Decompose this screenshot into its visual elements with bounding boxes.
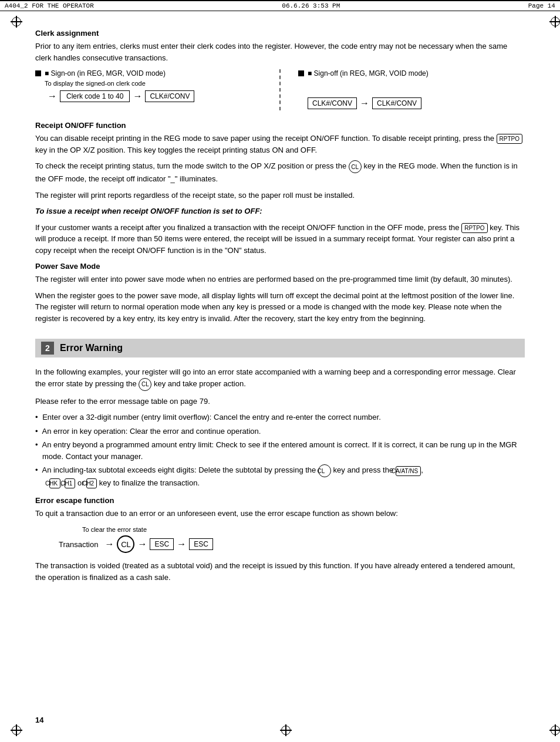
cl-key2: CL [139, 378, 151, 391]
arrow5: → [137, 539, 147, 549]
error-warning-title: Error Warning [60, 343, 123, 353]
arrow4: → [104, 539, 114, 549]
cl-key-escape: CL [117, 535, 134, 553]
bullet-dot-1: • [35, 413, 38, 421]
sign-on-col: ■ Sign-on (in REG, MGR, VOID mode) To di… [35, 69, 262, 102]
receipt-para1: You can disable receipt printing in the … [35, 133, 525, 156]
bullet4-b: key and press the [333, 466, 394, 474]
escape-flow: Transaction → CL → ESC → ESC [59, 535, 213, 553]
power-save-para1: The register will enter into power save … [35, 274, 525, 285]
sign-on-flow: → Clerk code 1 to 40 → CLK#/CONV [45, 90, 194, 102]
bullet-dot-4: • [35, 466, 38, 474]
clk-conv-key3: CLK#/CONV [372, 97, 421, 109]
page-number: 14 [35, 716, 43, 724]
error-escape-para2: The transaction is voided (treated as a … [35, 560, 525, 583]
chk-key: CHK, CH1 or CH2 key to finalize the tran… [42, 478, 200, 487]
chk-badge: CHK [49, 478, 60, 488]
error-escape-title: Error escape function [35, 496, 525, 505]
error-escape-section: Error escape function To quit a transact… [35, 496, 525, 584]
bullet4-end: key to finalize the transaction. [99, 478, 200, 487]
clk-conv-key2: CLK#/CONV [308, 97, 357, 109]
arrow6: → [177, 539, 186, 549]
bullet-item-2: • An error in key operation: Clear the e… [35, 426, 525, 437]
error-warning-header: 2 Error Warning [35, 339, 525, 357]
receipt-bold-italic: To issue a receipt when receipt ON/OFF f… [35, 205, 525, 217]
bullet-text-1: Enter over a 32-digit number (entry limi… [42, 413, 381, 421]
cl-key3: CL [318, 464, 331, 477]
receipt-para1a: You can disable receipt printing in the … [35, 134, 494, 143]
receipt-para4: If your customer wants a receipt after y… [35, 222, 525, 257]
content: Clerk assignment Prior to any item entri… [0, 11, 560, 611]
clerk-code-box: Clerk code 1 to 40 [60, 90, 130, 102]
sign-on-bullet [35, 70, 41, 76]
sign-on-sub: To display the signed-on clerk code [45, 80, 146, 87]
esc-key2: ESC [189, 538, 213, 550]
receipt-para3: The register will print reports regardle… [35, 190, 525, 201]
arrow2: → [133, 92, 142, 101]
error-warning-para2: Please refer to the error message table … [35, 396, 525, 407]
ch1-badge: CH1 [65, 478, 75, 488]
header-right: Page 14 [528, 2, 555, 9]
error-warning-num: 2 [41, 342, 54, 355]
arrow3: → [360, 99, 369, 108]
transaction-label: Transaction [59, 540, 98, 549]
diagram-divider [279, 69, 281, 110]
sign-off-flow: CLK#/CONV → CLK#/CONV [308, 97, 421, 109]
power-save-section: Power Save Mode The register will enter … [35, 262, 525, 324]
receipt-title: Receipt ON/OFF function [35, 121, 525, 130]
caatns-key: CA/AT/NS [396, 466, 421, 476]
receipt-para4a: If your customer wants a receipt after y… [35, 223, 460, 232]
esc-key1: ESC [150, 538, 174, 550]
receipt-para2: To check the receipt printing status, tu… [35, 160, 525, 185]
escape-sub-label: To clear the error state [82, 526, 147, 533]
bullet-text-2: An error in key operation: Clear the err… [42, 427, 261, 436]
cl-key1: CL [349, 160, 362, 173]
page: A404_2 FOR THE OPERATOR 06.6.26 3:53 PM … [0, 0, 560, 742]
clerk-assignment-para1: Prior to any item entries, clerks must e… [35, 41, 525, 63]
sign-on-label: ■ Sign-on (in REG, MGR, VOID mode) [45, 69, 166, 77]
sign-off-bullet [298, 70, 304, 76]
clerk-assignment-title: Clerk assignment [35, 29, 525, 38]
arrow1: → [48, 92, 57, 101]
receipt-para1b: key in the OP X/Z position. This key tog… [35, 146, 317, 154]
error-escape-para1: To quit a transaction due to an error or… [35, 508, 525, 520]
bullet-dot-3: • [35, 440, 38, 449]
error-warning-para1: In the following examples, your register… [35, 366, 525, 391]
header-left: A404_2 FOR THE OPERATOR [5, 2, 94, 9]
sign-off-label-row: ■ Sign-off (in REG, MGR, VOID mode) [298, 69, 429, 77]
power-save-title: Power Save Mode [35, 262, 525, 271]
error-bullet-list: • Enter over a 32-digit number (entry li… [35, 412, 525, 489]
bullet-item-3: • An entry beyond a programmed amount en… [35, 439, 525, 462]
bullet-text-3: An entry beyond a programmed amount entr… [42, 440, 517, 461]
escape-diagram: To clear the error state Transaction → C… [35, 526, 525, 553]
bullet-dot-2: • [35, 427, 38, 436]
error-warning-para1a: In the following examples, your register… [35, 367, 516, 388]
power-save-para2: When the register goes to the power save… [35, 290, 525, 325]
sign-on-label-row: ■ Sign-on (in REG, MGR, VOID mode) [35, 69, 166, 77]
sign-off-label: ■ Sign-off (in REG, MGR, VOID mode) [308, 69, 429, 77]
rptpo-key2: RPTPO [461, 223, 487, 233]
error-warning-para1b: key and take proper action. [154, 379, 246, 388]
error-warning-section: 2 Error Warning In the following example… [35, 339, 525, 489]
receipt-para2a: To check the receipt printing status, tu… [35, 161, 346, 170]
bullet-item-4: • An including-tax subtotal exceeds eigh… [35, 464, 525, 489]
rptpo-key1: RPTPO [497, 134, 522, 144]
bullet-item-1: • Enter over a 32-digit number (entry li… [35, 412, 525, 423]
header-center: 06.6.26 3:53 PM [282, 2, 340, 9]
bullet-text-4: An including-tax subtotal exceeds eight … [42, 466, 316, 474]
comma1: , [421, 466, 423, 474]
clk-conv-key1: CLK#/CONV [145, 90, 194, 102]
clerk-assignment-section: Clerk assignment Prior to any item entri… [35, 29, 525, 110]
sign-off-col: ■ Sign-off (in REG, MGR, VOID mode) CLK#… [298, 69, 525, 109]
ch2-badge: CH2 [86, 478, 97, 488]
header-bar: A404_2 FOR THE OPERATOR 06.6.26 3:53 PM … [0, 0, 560, 11]
receipt-section: Receipt ON/OFF function You can disable … [35, 121, 525, 256]
clerk-diagram-row: ■ Sign-on (in REG, MGR, VOID mode) To di… [35, 69, 525, 110]
